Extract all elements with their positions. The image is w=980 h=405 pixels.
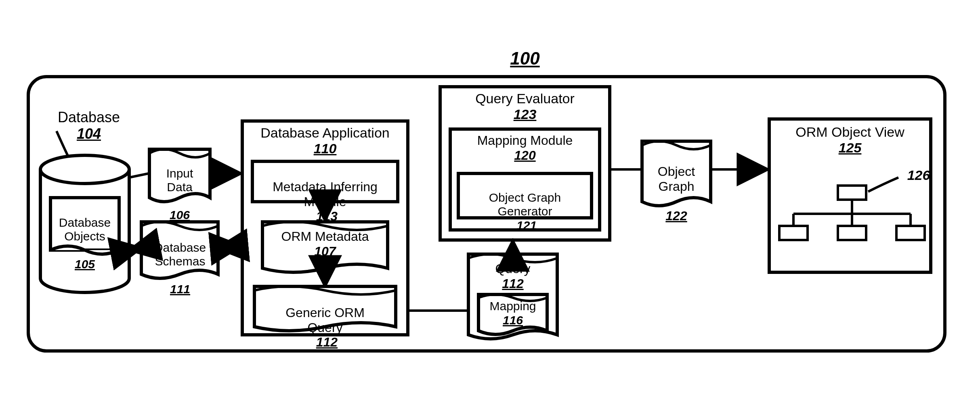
input-data-label: Input Data 106 — [149, 152, 210, 222]
svg-rect-25 — [779, 226, 808, 240]
database-application-label: Database Application 110 — [242, 125, 408, 157]
query-doc-label: Query 112 — [468, 261, 557, 291]
orm-tree — [779, 186, 925, 240]
svg-line-6 — [218, 246, 240, 248]
diagram-stage: 100 Database 104 Database Objects 105 In… — [0, 0, 980, 405]
svg-line-5 — [130, 248, 141, 250]
svg-rect-27 — [896, 226, 925, 240]
mapping-doc-label: Mapping 116 — [478, 299, 547, 327]
object-graph-generator-label: Object Graph Generator 121 — [458, 177, 592, 232]
generic-orm-query-label: Generic ORM Query 112 — [254, 290, 396, 350]
orm-object-view-label: ORM Object View 125 — [769, 124, 931, 156]
svg-line-3 — [129, 173, 149, 177]
svg-rect-26 — [838, 226, 866, 240]
orm-tree-ref: 126 — [898, 167, 939, 183]
metadata-inferring-label: Metadata Inferring Module 113 — [252, 165, 398, 224]
svg-point-1 — [40, 155, 129, 184]
database-objects-label: Database Objects 105 — [50, 202, 119, 271]
orm-metadata-label: ORM Metadata 107 — [262, 229, 388, 259]
mapping-module-label: Mapping Module 120 — [450, 133, 600, 163]
object-graph-label: Object Graph 122 — [642, 149, 711, 223]
database-label: Database 104 — [48, 109, 129, 142]
svg-rect-19 — [838, 186, 866, 200]
database-schemas-label: Database Schemas 111 — [142, 227, 218, 296]
figure-ref-100: 100 — [476, 48, 573, 69]
query-evaluator-label: Query Evaluator 123 — [440, 91, 610, 122]
